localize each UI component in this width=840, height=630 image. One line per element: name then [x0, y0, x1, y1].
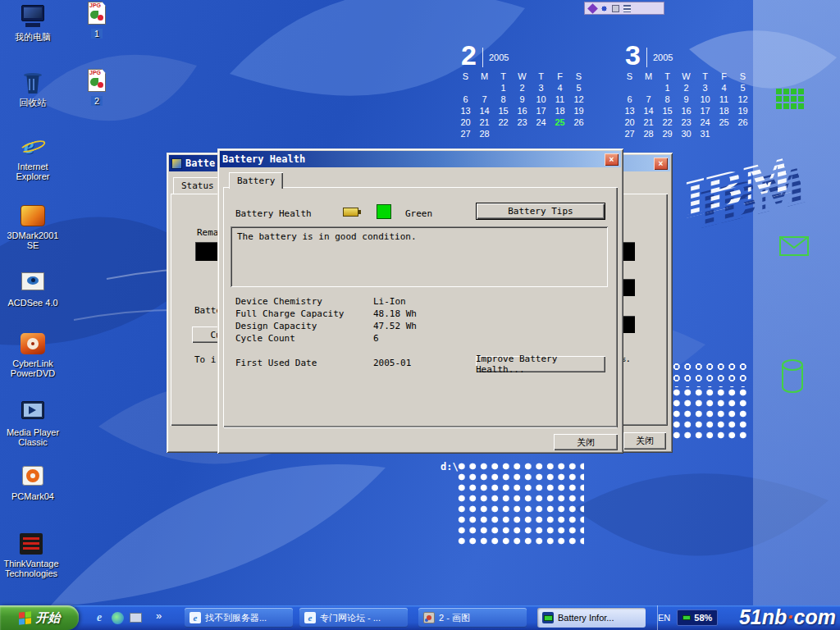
quicklaunch-show-desktop-icon[interactable]	[128, 610, 143, 625]
health-label: Battery Health	[235, 208, 312, 219]
tool-notes-icon[interactable]	[623, 5, 631, 12]
calendar-day: 2	[677, 83, 696, 94]
desktop-icon-jpg-2[interactable]: JPG 2	[67, 69, 126, 106]
calendar-day: 8	[658, 94, 677, 105]
task-button-forum[interactable]: e 专门网论坛 - ...	[299, 608, 408, 628]
calendar-day-header: M	[639, 71, 658, 82]
calendar-month-number: 2	[461, 43, 477, 67]
battery-app-icon	[171, 158, 182, 169]
calendar-day: 3	[532, 83, 550, 94]
quicklaunch-media-icon[interactable]	[110, 610, 125, 625]
icon-label: Internet Explorer	[3, 162, 62, 181]
dialog-titlebar[interactable]: Battery Health ×	[220, 151, 621, 167]
calendar-day: 11	[714, 94, 733, 105]
calendar-day-header: T	[696, 71, 714, 82]
calendar-day: 6	[620, 94, 639, 105]
desktop-icon-recycle-bin[interactable]: 回收站	[3, 71, 62, 107]
desktop-icon-powerdvd[interactable]: CyberLink PowerDVD	[3, 331, 62, 378]
tab-battery[interactable]: Battery	[229, 172, 283, 189]
tool-dot-icon[interactable]	[600, 5, 608, 12]
calendar-day	[513, 129, 532, 139]
calendar-year: 2005	[646, 48, 673, 67]
calendar-day: 7	[639, 94, 658, 105]
calendar-day: 19	[569, 106, 588, 116]
field-label: Cycle Count	[235, 333, 295, 344]
calendar-day: 26	[569, 117, 588, 128]
language-indicator[interactable]: EN	[658, 613, 670, 623]
acdsee-icon	[19, 271, 47, 295]
close-icon[interactable]: ×	[654, 158, 668, 170]
calendar-day: 23	[677, 117, 696, 128]
battery-tray-indicator[interactable]: 58%	[677, 609, 718, 626]
recycle-bin-icon	[19, 71, 47, 95]
icon-label: ThinkVantage Technologies	[2, 559, 61, 578]
calendar-day: 18	[714, 106, 733, 116]
calendar-day: 27	[620, 129, 639, 139]
desktop-icon-acdsee[interactable]: ACDSee 4.0	[3, 271, 62, 308]
icon-label: 我的电脑	[15, 32, 51, 42]
calendar-day: 31	[696, 129, 714, 139]
desktop-icon-media-player-classic[interactable]: Media Player Classic	[3, 400, 62, 447]
calendar-day: 27	[456, 129, 475, 139]
calendar-day-header: F	[550, 71, 569, 82]
calendar-day: 1	[494, 83, 513, 94]
health-status-swatch	[377, 204, 391, 219]
quicklaunch-overflow-chevron[interactable]: »	[156, 609, 162, 622]
floating-toolbar[interactable]	[584, 2, 664, 15]
desktop-icon-my-computer[interactable]: 我的电脑	[3, 5, 62, 42]
tab-status[interactable]: Status	[173, 177, 222, 194]
desktop-icon-pcmark[interactable]: PCMark04	[3, 464, 62, 501]
desktop-icon-thinkvantage[interactable]: ThinkVantage Technologies	[2, 532, 61, 578]
dialog-close-button[interactable]: 关闭	[554, 434, 618, 450]
start-label: 开始	[36, 610, 61, 626]
tool-diamond-icon[interactable]	[587, 3, 598, 14]
desktop-icon-internet-explorer[interactable]: e Internet Explorer	[3, 135, 62, 181]
calendar-day: 14	[475, 106, 494, 116]
calendar-day: 26	[733, 117, 752, 128]
quicklaunch-ie-icon[interactable]: e	[92, 610, 107, 625]
dots-pattern-filled	[671, 387, 750, 440]
calendar-day: 21	[639, 117, 658, 128]
thinkvantage-icon	[20, 533, 43, 555]
calendar-day: 28	[639, 129, 658, 139]
field-value: 47.52 Wh	[373, 321, 417, 331]
calendar-day: 10	[696, 94, 714, 105]
calendar-day	[569, 129, 588, 139]
cylinder-icon	[781, 359, 804, 394]
calendar-day-header: T	[658, 71, 677, 82]
tool-display-icon[interactable]	[612, 5, 619, 12]
start-button[interactable]: 开始	[0, 605, 79, 630]
battery-small-icon	[343, 208, 358, 217]
battery-percent: 58%	[694, 613, 712, 623]
calendar-grid: SMTWTFS123456789101112131415161718192021…	[620, 71, 752, 139]
task-button-server-not-found[interactable]: e 找不到服务器...	[185, 608, 293, 628]
calendar-grid: SMTWTFS123456789101112131415161718192021…	[456, 71, 588, 139]
improve-battery-health-button[interactable]: Improve Battery Health...	[476, 356, 605, 372]
battery-tips-button[interactable]: Battery Tips	[476, 203, 605, 220]
powerdvd-icon	[21, 333, 45, 354]
desktop-icon-jpg-1[interactable]: JPG 1	[67, 2, 126, 39]
calendar-day: 13	[456, 106, 475, 116]
desktop-icon-3dmark[interactable]: 3DMark2001 SE	[3, 203, 62, 250]
field-label: Device Chemistry	[235, 296, 322, 307]
calendar-day: 25	[714, 117, 733, 128]
dots-pattern-rings	[671, 361, 750, 387]
calendar-day	[456, 83, 475, 94]
calendar-day: 17	[532, 106, 550, 116]
icon-label: 1	[91, 29, 103, 39]
close-icon[interactable]: ×	[605, 153, 619, 166]
calendar-day: 20	[620, 117, 639, 128]
close-button[interactable]: 关闭	[623, 432, 666, 450]
task-button-battery-information[interactable]: Battery Infor...	[537, 608, 646, 628]
dialog-title: Battery Health	[222, 153, 305, 165]
task-button-paint[interactable]: 2 - 画图	[418, 608, 527, 628]
calendar-day: 24	[532, 117, 550, 128]
3dmark-icon	[21, 205, 45, 226]
calendar-february: 2 2005 SMTWTFS12345678910111213141516171…	[456, 43, 588, 139]
calendar-day: 9	[677, 94, 696, 105]
icon-label: 3DMark2001 SE	[3, 231, 62, 250]
calendar-day: 5	[569, 83, 588, 94]
condition-textbox: The battery is in good condition.	[231, 226, 608, 287]
battery-health-dialog[interactable]: Battery Health × Battery Battery Health …	[217, 148, 623, 454]
icon-label: PCMark04	[11, 491, 54, 501]
